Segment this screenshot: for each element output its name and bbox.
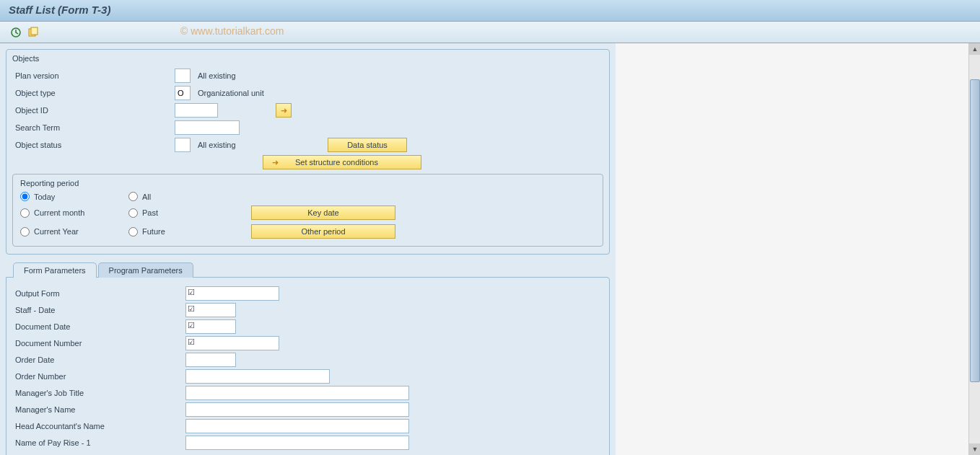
- radio-current-month[interactable]: Current month: [20, 208, 128, 218]
- head-accountant-label: Head Accountant's Name: [12, 422, 185, 430]
- scrollbar[interactable]: ▲ ▼: [968, 43, 980, 455]
- document-date-input[interactable]: [185, 319, 236, 334]
- order-number-input[interactable]: [185, 369, 330, 384]
- radio-current-year-label: Current Year: [34, 227, 79, 236]
- scrollbar-thumb[interactable]: [970, 79, 980, 382]
- document-number-input[interactable]: [185, 336, 279, 350]
- tabs: Form Parameters Program Parameters: [13, 262, 610, 278]
- plan-version-label: Plan version: [12, 71, 175, 80]
- reporting-period-title: Reporting period: [20, 179, 595, 187]
- object-status-label: Object status: [12, 141, 175, 149]
- toolbar: © www.tutorialkart.com: [0, 22, 980, 43]
- head-accountant-input[interactable]: [185, 419, 409, 433]
- object-type-label: Object type: [12, 89, 175, 97]
- radio-past-label: Past: [142, 208, 158, 217]
- scrollbar-up-icon[interactable]: ▲: [969, 43, 980, 55]
- order-number-label: Order Number: [12, 372, 185, 381]
- pay-rise-1-label: Name of Pay Rise - 1: [12, 438, 185, 447]
- execute-icon[interactable]: [9, 25, 23, 40]
- radio-future-input[interactable]: [128, 227, 138, 237]
- manager-name-input[interactable]: [185, 402, 409, 417]
- output-form-input[interactable]: [185, 286, 279, 301]
- radio-future-label: Future: [142, 227, 165, 236]
- radio-current-month-label: Current month: [34, 208, 84, 217]
- radio-all-label: All: [142, 193, 151, 201]
- object-status-text: All existing: [198, 141, 328, 149]
- document-number-label: Document Number: [12, 339, 185, 348]
- objects-group: Objects Plan version All existing Object…: [6, 49, 610, 255]
- scrollbar-down-icon[interactable]: ▼: [969, 443, 980, 455]
- reporting-period-group: Reporting period Today All Current mont: [12, 174, 603, 247]
- arrow-right-icon: ➜: [276, 106, 291, 115]
- title-bar: Staff List (Form T-3): [0, 0, 980, 22]
- object-id-label: Object ID: [12, 106, 175, 115]
- staff-date-label: Staff - Date: [12, 306, 185, 314]
- data-status-button[interactable]: Data status: [328, 138, 407, 152]
- radio-today[interactable]: Today: [20, 192, 128, 201]
- output-form-label: Output Form: [12, 289, 185, 298]
- tab-program-parameters[interactable]: Program Parameters: [98, 262, 193, 278]
- manager-job-title-input[interactable]: [185, 386, 409, 400]
- radio-today-input[interactable]: [20, 192, 30, 201]
- radio-future[interactable]: Future: [128, 227, 237, 237]
- key-date-button[interactable]: Key date: [251, 206, 395, 220]
- order-date-label: Order Date: [12, 355, 185, 364]
- radio-current-month-input[interactable]: [20, 208, 30, 218]
- radio-all-input[interactable]: [128, 192, 138, 201]
- object-type-text: Organizational unit: [198, 89, 264, 97]
- tab-form-parameters[interactable]: Form Parameters: [13, 262, 97, 278]
- watermark-text: © www.tutorialkart.com: [180, 25, 284, 37]
- set-structure-button[interactable]: ➜ Set structure conditions: [263, 155, 421, 169]
- objects-group-title: Objects: [12, 54, 603, 63]
- radio-current-year[interactable]: Current Year: [20, 227, 128, 237]
- other-period-button[interactable]: Other period: [251, 224, 395, 239]
- order-date-input[interactable]: [185, 353, 236, 367]
- manager-name-label: Manager's Name: [12, 405, 185, 414]
- plan-version-input[interactable]: [175, 69, 191, 83]
- object-type-input[interactable]: [175, 86, 191, 100]
- main-content: Objects Plan version All existing Object…: [0, 43, 616, 455]
- set-structure-label: Set structure conditions: [295, 158, 378, 167]
- radio-current-year-input[interactable]: [20, 227, 30, 237]
- right-panel: ▲ ▼: [616, 43, 980, 455]
- arrow-right-icon: ➜: [268, 158, 282, 167]
- search-term-input[interactable]: [175, 120, 240, 135]
- manager-job-title-label: Manager's Job Title: [12, 389, 185, 397]
- radio-past-input[interactable]: [128, 208, 138, 218]
- svg-rect-2: [31, 27, 38, 35]
- object-id-select-button[interactable]: ➜: [276, 103, 292, 118]
- object-status-input[interactable]: [175, 138, 191, 152]
- staff-date-input[interactable]: [185, 303, 236, 317]
- tab-content-form-parameters: Output Form ☑ Staff - Date ☑ Document Da…: [6, 277, 610, 455]
- document-date-label: Document Date: [12, 322, 185, 331]
- radio-past[interactable]: Past: [128, 208, 237, 218]
- search-term-label: Search Term: [12, 123, 175, 132]
- radio-today-label: Today: [34, 193, 55, 201]
- object-id-input[interactable]: [175, 103, 218, 118]
- radio-all[interactable]: All: [128, 192, 237, 201]
- plan-version-text: All existing: [198, 71, 236, 80]
- variant-icon[interactable]: [26, 25, 40, 40]
- page-title: Staff List (Form T-3): [9, 4, 971, 16]
- pay-rise-1-input[interactable]: [185, 436, 409, 450]
